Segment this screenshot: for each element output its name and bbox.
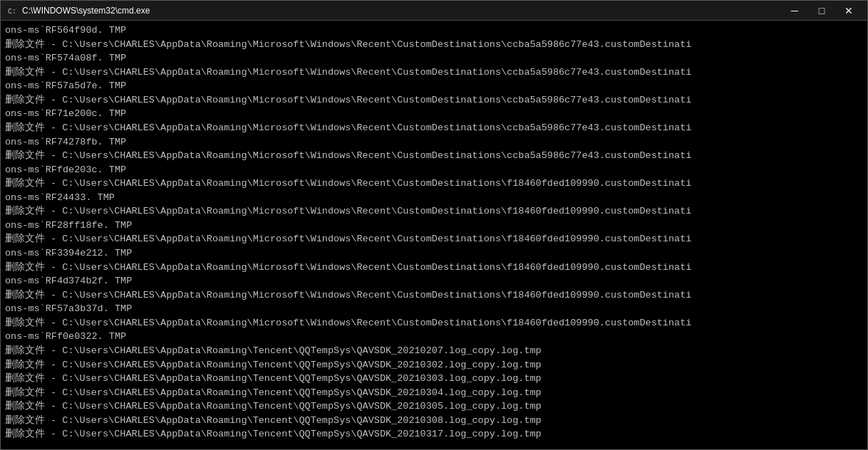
terminal-line: ons-ms`RF564f90d. TMP bbox=[5, 23, 863, 38]
terminal-line: ons-ms`RF74278fb. TMP bbox=[5, 135, 863, 150]
terminal-line: 删除文件 - C:\Users\CHARLES\AppData\Roaming\… bbox=[5, 399, 863, 414]
terminal-line: ons-ms`RF574a08f. TMP bbox=[5, 51, 863, 66]
terminal-line: ons-ms`RF4d374b2f. TMP bbox=[5, 274, 863, 288]
terminal-line: 删除文件 - C:\Users\CHARLES\AppData\Roaming\… bbox=[5, 177, 863, 191]
terminal-line: 删除文件 - C:\Users\CHARLES\AppData\Roaming\… bbox=[5, 93, 863, 108]
cmd-window: C:\ C:\WINDOWS\system32\cmd.exe ─ □ ✕ on… bbox=[0, 0, 868, 450]
window-controls: ─ □ ✕ bbox=[782, 3, 862, 19]
terminal-line: 删除文件 - C:\Users\CHARLES\AppData\Roaming\… bbox=[5, 66, 863, 80]
cmd-icon: C:\ bbox=[6, 5, 18, 16]
terminal-line: 删除文件 - C:\Users\CHARLES\AppData\Roaming\… bbox=[5, 204, 863, 219]
terminal-line: 删除文件 - C:\Users\CHARLES\AppData\Roaming\… bbox=[5, 149, 863, 163]
terminal-line: 删除文件 - C:\Users\CHARLES\AppData\Roaming\… bbox=[5, 38, 863, 52]
terminal-line: 删除文件 - C:\Users\CHARLES\AppData\Roaming\… bbox=[5, 232, 863, 246]
terminal-line: ons-ms`RF3394e212. TMP bbox=[5, 246, 863, 261]
terminal-line: 删除文件 - C:\Users\CHARLES\AppData\Roaming\… bbox=[5, 427, 863, 441]
title-bar: C:\ C:\WINDOWS\system32\cmd.exe ─ □ ✕ bbox=[1, 1, 867, 21]
terminal-line: 删除文件 - C:\Users\CHARLES\AppData\Roaming\… bbox=[5, 372, 863, 386]
terminal-line: ons-ms`RF57a3b37d. TMP bbox=[5, 302, 863, 316]
window-title: C:\WINDOWS\system32\cmd.exe bbox=[22, 6, 782, 16]
terminal-line: ons-ms`RF71e200c. TMP bbox=[5, 107, 863, 121]
terminal-line: ons-ms`RFfde203c. TMP bbox=[5, 163, 863, 177]
terminal-line: 删除文件 - C:\Users\CHARLES\AppData\Roaming\… bbox=[5, 288, 863, 303]
terminal-line: 删除文件 - C:\Users\CHARLES\AppData\Roaming\… bbox=[5, 121, 863, 135]
terminal-line: 删除文件 - C:\Users\CHARLES\AppData\Roaming\… bbox=[5, 358, 863, 372]
terminal-line: ons-ms`RF57a5d7e. TMP bbox=[5, 79, 863, 93]
terminal-line: 删除文件 - C:\Users\CHARLES\AppData\Roaming\… bbox=[5, 316, 863, 330]
terminal-output: ons-ms`RF564f90d. TMP删除文件 - C:\Users\CHA… bbox=[1, 21, 867, 449]
minimize-button[interactable]: ─ bbox=[782, 3, 807, 19]
terminal-line: 删除文件 - C:\Users\CHARLES\AppData\Roaming\… bbox=[5, 386, 863, 400]
svg-text:C:\: C:\ bbox=[8, 8, 17, 16]
terminal-line: ons-ms`RF28ff18fe. TMP bbox=[5, 219, 863, 233]
terminal-line: 删除文件 - C:\Users\CHARLES\AppData\Roaming\… bbox=[5, 261, 863, 275]
terminal-line: 删除文件 - C:\Users\CHARLES\AppData\Roaming\… bbox=[5, 344, 863, 358]
close-button[interactable]: ✕ bbox=[836, 3, 862, 19]
terminal-line: ons-ms`RF24433. TMP bbox=[5, 191, 863, 205]
terminal-line: 删除文件 - C:\Users\CHARLES\AppData\Roaming\… bbox=[5, 414, 863, 428]
maximize-button[interactable]: □ bbox=[809, 3, 835, 19]
terminal-line: ons-ms`RFf0e0322. TMP bbox=[5, 330, 863, 344]
